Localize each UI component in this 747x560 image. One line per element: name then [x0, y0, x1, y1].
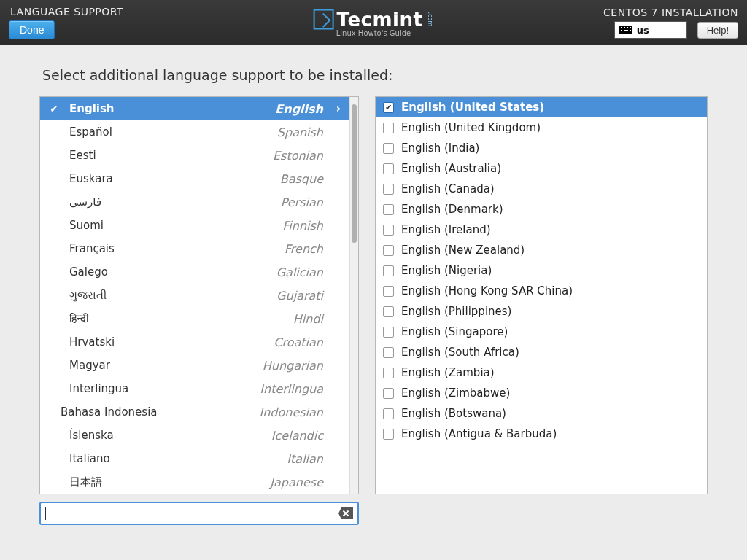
locale-checkbox[interactable]: [383, 184, 394, 195]
instruction-text: Select additional language support to be…: [42, 67, 708, 83]
language-list[interactable]: ✔EnglishEnglish›EspañolSpanish›EestiEsto…: [40, 97, 349, 494]
language-row[interactable]: GalegoGalician›: [40, 260, 349, 284]
chevron-right-icon: ›: [330, 102, 341, 115]
locale-checkbox[interactable]: [383, 245, 394, 256]
locale-row[interactable]: English (Zimbabwe): [376, 383, 707, 403]
language-search-input[interactable]: [49, 507, 338, 521]
language-english-label: Spanish: [277, 125, 328, 139]
locale-checkbox[interactable]: [383, 408, 394, 419]
locale-label: English (Antigua & Barbuda): [401, 427, 557, 440]
language-native-label: Magyar: [65, 359, 110, 372]
locale-checkbox[interactable]: [383, 388, 394, 399]
content: Select additional language support to be…: [0, 45, 747, 525]
language-native-label: Interlingua: [65, 382, 128, 395]
check-icon: ✔: [46, 103, 62, 114]
locale-row[interactable]: English (Philippines): [376, 301, 707, 322]
locale-row[interactable]: English (Hong Kong SAR China): [376, 281, 707, 301]
language-row[interactable]: SuomiFinnish›: [40, 214, 349, 237]
locale-checkbox[interactable]: [383, 122, 394, 133]
language-scrollbar[interactable]: [349, 97, 358, 494]
locale-checkbox[interactable]: [383, 286, 394, 297]
language-english-label: Hindi: [293, 312, 328, 326]
language-english-label: Icelandic: [271, 429, 328, 443]
language-english-label: Basque: [280, 172, 328, 186]
locale-label: English (Philippines): [401, 305, 511, 318]
text-cursor: [45, 507, 46, 520]
locale-row[interactable]: English (Botswana): [376, 403, 707, 424]
install-title: CENTOS 7 INSTALLATION: [603, 7, 738, 18]
locale-row[interactable]: English (Zambia): [376, 362, 707, 383]
locale-checkbox[interactable]: [383, 306, 394, 317]
locale-list[interactable]: English (United States)English (United K…: [376, 97, 707, 444]
locale-label: English (New Zealand): [401, 244, 525, 257]
language-row[interactable]: MagyarHungarian›: [40, 354, 349, 377]
language-english-label: Croatian: [274, 335, 328, 349]
locale-row[interactable]: English (South Africa): [376, 342, 707, 362]
language-row[interactable]: ÍslenskaIcelandic›: [40, 424, 349, 447]
locale-checkbox[interactable]: [383, 429, 394, 440]
language-native-label: Euskara: [65, 172, 113, 185]
keyboard-layout-indicator[interactable]: us: [614, 21, 687, 39]
language-native-label: ગુજરાતી: [65, 289, 107, 302]
language-english-label: Hungarian: [263, 359, 328, 373]
language-english-label: Estonian: [273, 149, 328, 163]
language-row[interactable]: हिन्दीHindi›: [40, 307, 349, 330]
locale-row[interactable]: English (Nigeria): [376, 260, 707, 281]
clear-search-icon[interactable]: [338, 508, 353, 519]
language-row[interactable]: HrvatskiCroatian›: [40, 330, 349, 354]
language-row[interactable]: InterlinguaInterlingua›: [40, 377, 349, 400]
locale-row[interactable]: English (India): [376, 138, 707, 158]
brand-text: Tecmint: [337, 9, 423, 31]
locale-checkbox[interactable]: [383, 368, 394, 378]
language-english-label: Finnish: [282, 219, 328, 233]
locale-label: English (Botswana): [401, 407, 506, 420]
done-button[interactable]: Done: [9, 20, 55, 39]
locale-row[interactable]: English (Singapore): [376, 322, 707, 342]
locale-row[interactable]: English (Ireland): [376, 219, 707, 240]
locale-row[interactable]: English (United States): [376, 97, 707, 117]
locale-checkbox[interactable]: [383, 143, 394, 154]
locale-checkbox[interactable]: [383, 327, 394, 338]
language-row[interactable]: فارسیPersian›: [40, 190, 349, 214]
locale-row[interactable]: English (Denmark): [376, 199, 707, 219]
language-row[interactable]: Bahasa IndonesiaIndonesian›: [40, 400, 349, 424]
language-english-label: Gujarati: [276, 289, 328, 303]
language-native-label: Eesti: [65, 149, 96, 162]
language-row[interactable]: ItalianoItalian›: [40, 447, 349, 470]
language-native-label: English: [65, 102, 115, 115]
language-row[interactable]: FrançaisFrench›: [40, 237, 349, 260]
language-row[interactable]: 日本語Japanese›: [40, 470, 349, 494]
language-search-box[interactable]: [39, 502, 359, 525]
language-native-label: Galego: [65, 265, 108, 279]
language-native-label: हिन्दी: [65, 312, 88, 325]
language-english-label: Galician: [276, 265, 328, 279]
keyboard-icon: [619, 26, 632, 34]
locale-row[interactable]: English (United Kingdom): [376, 117, 707, 138]
language-row[interactable]: EestiEstonian›: [40, 144, 349, 167]
language-english-label: French: [285, 242, 328, 256]
locale-checkbox[interactable]: [383, 163, 394, 174]
tecmint-icon: [314, 9, 334, 30]
locale-row[interactable]: English (Antigua & Barbuda): [376, 424, 707, 444]
language-row[interactable]: EuskaraBasque›: [40, 167, 349, 190]
locale-checkbox[interactable]: [383, 225, 394, 236]
locale-label: English (Australia): [401, 162, 501, 175]
help-button[interactable]: Help!: [697, 22, 738, 39]
language-native-label: Français: [65, 242, 115, 255]
language-row[interactable]: ✔EnglishEnglish›: [40, 97, 349, 120]
locale-row[interactable]: English (Canada): [376, 179, 707, 199]
locale-checkbox[interactable]: [383, 265, 394, 276]
locale-row[interactable]: English (New Zealand): [376, 240, 707, 260]
locale-checkbox[interactable]: [383, 102, 394, 113]
locale-row[interactable]: English (Australia): [376, 158, 707, 179]
language-native-label: 日本語: [65, 475, 102, 489]
locale-checkbox[interactable]: [383, 347, 394, 358]
language-row[interactable]: ગુજરાતીGujarati›: [40, 284, 349, 307]
locale-checkbox[interactable]: [383, 204, 394, 215]
language-english-label: Indonesian: [259, 405, 328, 419]
top-bar: LANGUAGE SUPPORT Done Tecmint .com Linux…: [0, 0, 747, 45]
language-row[interactable]: EspañolSpanish›: [40, 120, 349, 144]
language-native-label: Íslenska: [65, 429, 114, 442]
scroll-thumb[interactable]: [352, 104, 357, 243]
locale-label: English (United Kingdom): [401, 121, 541, 134]
